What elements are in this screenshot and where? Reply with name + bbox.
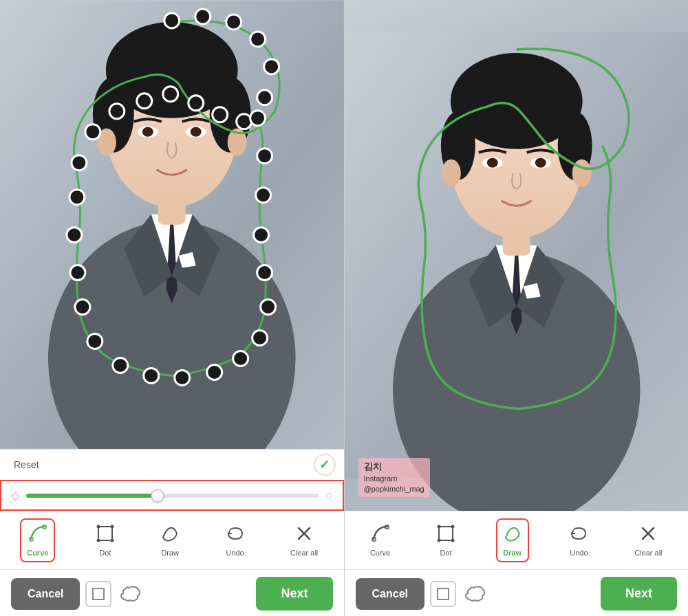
svg-point-45 [254,228,269,243]
right-photo: 김치 Instagram@popkimchi_mag [345,0,689,511]
left-cancel-button[interactable]: Cancel [11,578,80,610]
svg-point-40 [207,364,222,380]
clear-icon-right [638,524,658,546]
svg-point-25 [213,107,228,122]
svg-point-29 [109,104,125,119]
square-icon [92,587,105,601]
left-tool-dot[interactable]: Dot [90,520,120,561]
clear-icon-left [294,524,314,546]
right-shape-cloud-btn[interactable] [462,581,488,607]
svg-point-14 [142,127,153,137]
draw-icon-left [160,524,180,546]
confirm-check-icon: ✓ [319,457,330,472]
slider-thumb[interactable] [151,489,164,503]
reset-button[interactable]: Reset [8,456,45,473]
svg-point-20 [226,14,241,30]
slider-min-icon: ◇ [11,489,19,502]
square-icon-right [436,587,450,601]
right-tool-draw[interactable]: Draw [496,518,529,562]
svg-point-48 [250,111,266,126]
confirm-button[interactable]: ✓ [314,454,336,476]
left-tool-curve[interactable]: Curve [20,518,55,562]
svg-point-19 [195,9,211,24]
left-slider-area: ◇ ○ [0,480,344,511]
cloud-shape-icon-right [464,584,485,604]
slider-container: ◇ ○ [11,488,333,503]
svg-point-53 [110,525,114,529]
slider-fill [26,494,158,498]
left-tool-undo[interactable]: Undo [220,520,250,561]
left-shape-cloud-btn[interactable] [117,581,143,607]
watermark-ko: 김치 [364,461,424,473]
right-panel: 김치 Instagram@popkimchi_mag Curve [345,0,689,616]
svg-point-15 [191,127,202,137]
right-clear-label: Clear all [634,549,662,557]
svg-point-81 [451,525,454,529]
slider-track[interactable] [26,494,319,498]
svg-point-22 [264,59,279,74]
svg-point-80 [437,525,440,529]
right-draw-label: Draw [503,549,522,557]
draw-icon-right [503,524,522,546]
cloud-shape-icon-left [120,584,140,604]
right-tool-dot[interactable]: Dot [431,520,461,561]
right-tool-undo[interactable]: Undo [563,520,594,561]
slider-max-icon: ○ [325,488,333,503]
svg-point-18 [164,13,180,28]
svg-point-21 [250,32,266,47]
left-next-button[interactable]: Next [256,577,332,610]
watermark-text: Instagram@popkimchi_mag [364,474,424,495]
svg-point-24 [237,114,252,129]
svg-point-75 [441,160,460,187]
right-dot-label: Dot [440,549,451,557]
right-person-svg [345,0,689,511]
left-undo-label: Undo [226,549,244,557]
svg-point-43 [261,300,276,315]
svg-point-39 [175,370,190,385]
dot-icon-right [436,524,455,546]
main-area: Reset ✓ ◇ ○ [0,0,688,616]
svg-point-32 [69,190,85,205]
left-tool-draw[interactable]: Draw [155,520,185,561]
right-tool-bar: Curve Dot [345,511,689,569]
right-photo-container[interactable]: 김치 Instagram@popkimchi_mag [345,0,689,511]
left-tool-bar: Curve Dot [0,511,344,569]
left-action-bar: Cancel Next [0,569,344,616]
svg-point-83 [437,539,440,542]
curve-icon [28,524,47,546]
right-next-button[interactable]: Next [601,577,677,610]
svg-point-52 [96,525,100,529]
left-edit-bar: Reset ✓ [0,449,344,480]
right-cancel-button[interactable]: Cancel [356,578,424,610]
left-shape-square-btn[interactable] [85,581,111,607]
left-tool-clear[interactable]: Clear all [285,520,323,561]
svg-point-44 [257,265,272,280]
svg-point-47 [257,148,272,164]
left-photo [0,0,344,449]
svg-point-31 [72,155,87,170]
left-photo-container[interactable] [0,0,344,449]
svg-point-38 [144,368,159,383]
svg-marker-79 [439,527,453,540]
left-clear-label: Clear all [290,549,318,557]
svg-point-35 [75,300,90,315]
svg-point-73 [486,158,497,168]
right-curve-label: Curve [370,549,390,557]
svg-point-42 [252,331,268,346]
left-person-svg [0,0,344,449]
undo-icon-right [569,524,588,546]
right-tool-curve[interactable]: Curve [365,520,396,561]
left-curve-label: Curve [27,549,48,557]
right-tool-clear[interactable]: Clear all [629,520,667,561]
undo-icon-left [226,524,245,546]
svg-point-27 [163,87,178,102]
svg-marker-51 [98,527,112,540]
svg-rect-58 [93,588,104,600]
right-shape-square-btn[interactable] [430,581,456,607]
svg-point-55 [96,539,100,542]
svg-point-34 [70,265,85,280]
curve-icon-right [371,524,390,546]
svg-point-28 [137,94,152,109]
svg-point-36 [87,334,103,349]
left-dot-label: Dot [99,549,111,557]
